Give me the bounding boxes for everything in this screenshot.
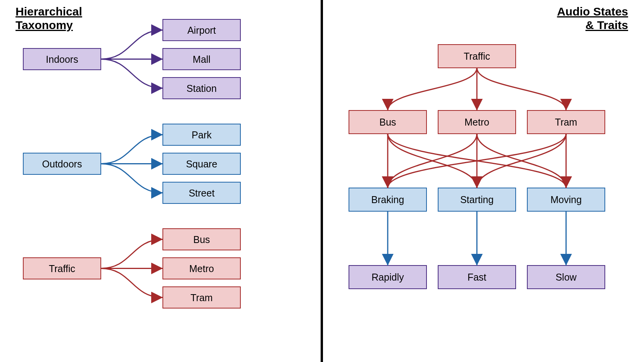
arrow [477, 134, 566, 188]
parent-traffic-label: Traffic [49, 263, 75, 274]
arrow [388, 68, 477, 110]
arrow [101, 59, 163, 88]
node-moving-label: Moving [551, 194, 582, 205]
parent-outdoors-label: Outdoors [42, 159, 82, 169]
node-rapidly-label: Rapidly [371, 272, 404, 283]
node-slow-label: Slow [556, 272, 577, 283]
node-bus-label: Bus [379, 117, 396, 128]
node-braking-label: Braking [371, 194, 404, 205]
child-station-label: Station [186, 83, 217, 94]
arrow [101, 269, 163, 298]
left-title-line2: Taxonomy [16, 19, 73, 31]
node-starting-label: Starting [460, 194, 494, 205]
child-tram-label: Tram [190, 292, 212, 303]
child-street-label: Street [189, 188, 215, 198]
right-title-line2: & Traits [585, 19, 628, 31]
left-title-line1: Hierarchical [16, 5, 82, 18]
node-metro-label: Metro [464, 117, 489, 128]
child-mall-label: Mall [193, 54, 211, 65]
arrow [388, 134, 477, 188]
arrow [477, 68, 566, 110]
node-tram-label: Tram [555, 117, 577, 128]
node-fast-label: Fast [468, 272, 487, 283]
arrow [101, 240, 163, 269]
child-park-label: Park [192, 129, 212, 140]
arrow [101, 135, 163, 164]
right-title-line1: Audio States [557, 5, 628, 18]
parent-indoors-label: Indoors [46, 54, 78, 65]
node-traffic-label: Traffic [464, 51, 490, 62]
child-airport-label: Airport [187, 25, 216, 36]
arrow [101, 164, 163, 193]
child-bus-label: Bus [193, 234, 210, 245]
child-square-label: Square [186, 159, 218, 169]
child-metro-label: Metro [189, 263, 214, 274]
arrow [101, 30, 163, 59]
